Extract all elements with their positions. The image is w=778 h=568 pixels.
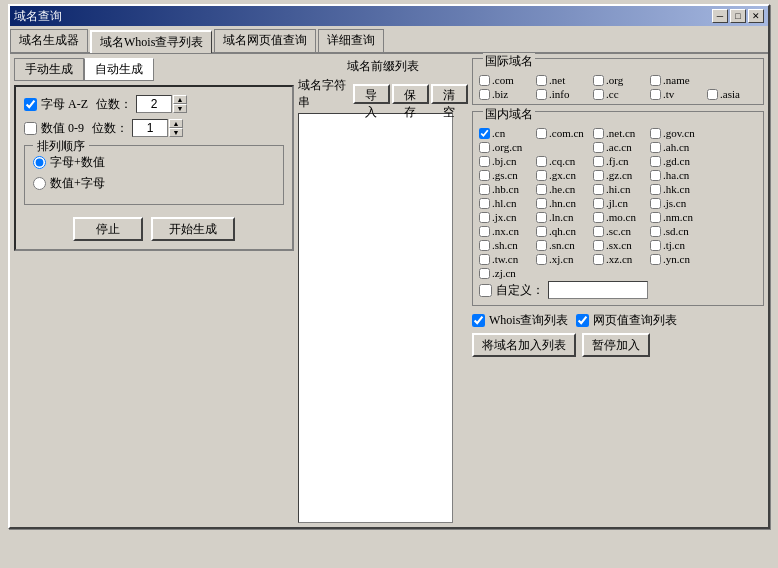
chk-asia[interactable]: .asia — [707, 88, 740, 100]
radio-letters-first-input[interactable] — [33, 156, 46, 169]
letters-checkbox[interactable] — [24, 98, 37, 111]
chk-yn-cn[interactable]: .yn.cn — [650, 253, 707, 265]
chk-tw-cn[interactable]: .tw.cn — [479, 253, 536, 265]
letters-digits-down[interactable]: ▼ — [173, 104, 187, 113]
numbers-digits-label: 位数： — [92, 120, 128, 137]
middle-panel: 域名前缀列表 域名字符串 导入 保存 清空 — [298, 58, 468, 523]
minimize-button[interactable]: ─ — [712, 9, 728, 23]
chk-gz-cn[interactable]: .gz.cn — [593, 169, 650, 181]
chk-hl-cn[interactable]: .hl.cn — [479, 197, 536, 209]
chk-jl-cn[interactable]: .jl.cn — [593, 197, 650, 209]
title-bar-buttons: ─ □ ✕ — [712, 9, 764, 23]
chk-hi-cn[interactable]: .hi.cn — [593, 183, 650, 195]
prefix-list-box[interactable] — [298, 113, 453, 523]
chk-ln-cn[interactable]: .ln.cn — [536, 211, 593, 223]
numbers-checkbox[interactable] — [24, 122, 37, 135]
chk-tj-cn[interactable]: .tj.cn — [650, 239, 707, 251]
left-panel-box: 字母 A-Z 位数： ▲ ▼ 数值 0-9 — [14, 85, 294, 251]
chk-jx-cn[interactable]: .jx.cn — [479, 211, 536, 223]
chk-hk-cn[interactable]: .hk.cn — [650, 183, 707, 195]
webpage-checkbox[interactable] — [576, 314, 589, 327]
chk-nx-cn[interactable]: .nx.cn — [479, 225, 536, 237]
chk-he-cn[interactable]: .he.cn — [536, 183, 593, 195]
letters-digits-label: 位数： — [96, 96, 132, 113]
string-label: 域名字符串 — [298, 77, 351, 111]
add-to-list-button[interactable]: 将域名加入列表 — [472, 333, 576, 357]
chk-name[interactable]: .name — [650, 74, 707, 86]
sort-group: 排列顺序 字母+数值 数值+字母 — [24, 145, 284, 205]
chk-org[interactable]: .org — [593, 74, 650, 86]
chk-sx-cn[interactable]: .sx.cn — [593, 239, 650, 251]
numbers-digits-up[interactable]: ▲ — [169, 119, 183, 128]
chk-gov-cn[interactable]: .gov.cn — [650, 127, 707, 139]
tab-whois-list[interactable]: 域名Whois查寻列表 — [90, 30, 212, 53]
chk-qh-cn[interactable]: .qh.cn — [536, 225, 593, 237]
pause-button[interactable]: 暂停加入 — [582, 333, 650, 357]
chk-nm-cn[interactable]: .nm.cn — [650, 211, 707, 223]
chk-zj-cn[interactable]: .zj.cn — [479, 267, 536, 279]
letters-checkbox-label[interactable]: 字母 A-Z — [24, 96, 88, 113]
chk-xj-cn[interactable]: .xj.cn — [536, 253, 593, 265]
chk-com[interactable]: .com — [479, 74, 536, 86]
custom-checkbox-label[interactable]: 自定义： — [479, 282, 544, 299]
chk-ac-cn[interactable]: .ac.cn — [593, 141, 650, 153]
webpage-check-label[interactable]: 网页值查询列表 — [576, 312, 677, 329]
numbers-digits-down[interactable]: ▼ — [169, 128, 183, 137]
letters-digits-up[interactable]: ▲ — [173, 95, 187, 104]
chk-js-cn[interactable]: .js.cn — [650, 197, 707, 209]
chk-sn-cn[interactable]: .sn.cn — [536, 239, 593, 251]
chk-cq-cn[interactable]: .cq.cn — [536, 155, 593, 167]
stop-button[interactable]: 停止 — [73, 217, 143, 241]
radio-numbers-first[interactable]: 数值+字母 — [33, 175, 275, 192]
chk-fj-cn[interactable]: .fj.cn — [593, 155, 650, 167]
chk-hn-cn[interactable]: .hn.cn — [536, 197, 593, 209]
chk-gs-cn[interactable]: .gs.cn — [479, 169, 536, 181]
chk-ah-cn[interactable]: .ah.cn — [650, 141, 707, 153]
content-area: 手动生成 自动生成 字母 A-Z 位数： ▲ ▼ — [10, 54, 768, 527]
chk-cc[interactable]: .cc — [593, 88, 650, 100]
chk-xz-cn[interactable]: .xz.cn — [593, 253, 650, 265]
chk-sd-cn[interactable]: .sd.cn — [650, 225, 707, 237]
chk-com-cn[interactable]: .com.cn — [536, 127, 593, 139]
chk-sc-cn[interactable]: .sc.cn — [593, 225, 650, 237]
chk-biz[interactable]: .biz — [479, 88, 536, 100]
chk-cn[interactable]: .cn — [479, 127, 536, 139]
numbers-digits-input[interactable] — [132, 119, 168, 137]
chk-net-cn[interactable]: .net.cn — [593, 127, 650, 139]
whois-label: Whois查询列表 — [489, 312, 568, 329]
numbers-spinner-buttons: ▲ ▼ — [169, 119, 183, 137]
sub-tab-auto[interactable]: 自动生成 — [84, 58, 154, 81]
start-button[interactable]: 开始生成 — [151, 217, 235, 241]
intl-section: 国际域名 .com .net .org .name .biz .info .cc… — [472, 58, 764, 105]
chk-org-cn[interactable]: .org.cn — [479, 141, 536, 153]
whois-check-label[interactable]: Whois查询列表 — [472, 312, 568, 329]
chk-tv[interactable]: .tv — [650, 88, 707, 100]
chk-mo-cn[interactable]: .mo.cn — [593, 211, 650, 223]
chk-ha-cn[interactable]: .ha.cn — [650, 169, 707, 181]
chk-gx-cn[interactable]: .gx.cn — [536, 169, 593, 181]
import-button[interactable]: 导入 — [353, 84, 390, 104]
save-button[interactable]: 保存 — [392, 84, 429, 104]
chk-info[interactable]: .info — [536, 88, 593, 100]
chk-hb-cn[interactable]: .hb.cn — [479, 183, 536, 195]
chk-bj-cn[interactable]: .bj.cn — [479, 155, 536, 167]
custom-input[interactable] — [548, 281, 648, 299]
domestic-section-title: 国内域名 — [483, 106, 535, 123]
close-button[interactable]: ✕ — [748, 9, 764, 23]
radio-numbers-first-input[interactable] — [33, 177, 46, 190]
whois-checkbox[interactable] — [472, 314, 485, 327]
chk-gd-cn[interactable]: .gd.cn — [650, 155, 707, 167]
letters-digits-input[interactable] — [136, 95, 172, 113]
numbers-checkbox-label[interactable]: 数值 0-9 — [24, 120, 84, 137]
radio-letters-first[interactable]: 字母+数值 — [33, 154, 275, 171]
tab-domain-generator[interactable]: 域名生成器 — [10, 29, 88, 52]
chk-net[interactable]: .net — [536, 74, 593, 86]
chk-sh-cn[interactable]: .sh.cn — [479, 239, 536, 251]
tab-webpage-query[interactable]: 域名网页值查询 — [214, 29, 316, 52]
clear-button[interactable]: 清空 — [431, 84, 468, 104]
maximize-button[interactable]: □ — [730, 9, 746, 23]
custom-checkbox[interactable] — [479, 284, 492, 297]
letters-spinner-buttons: ▲ ▼ — [173, 95, 187, 113]
tab-detail-query[interactable]: 详细查询 — [318, 29, 384, 52]
sub-tab-manual[interactable]: 手动生成 — [14, 58, 84, 81]
